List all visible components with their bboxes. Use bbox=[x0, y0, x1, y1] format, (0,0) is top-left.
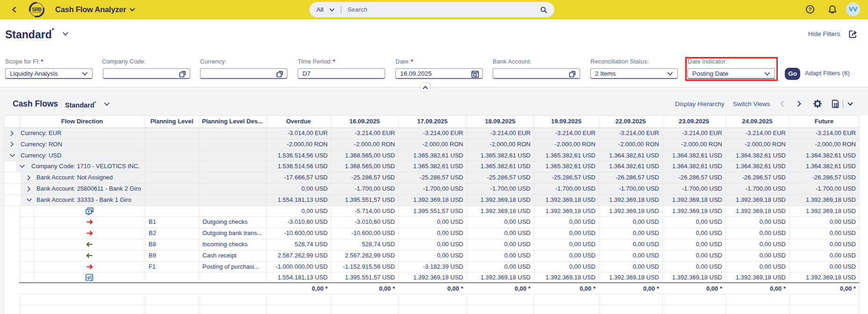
svg-text:$: $ bbox=[87, 275, 90, 280]
svg-text:CONSULTING: CONSULTING bbox=[32, 12, 42, 14]
svg-text:?: ? bbox=[808, 7, 811, 12]
